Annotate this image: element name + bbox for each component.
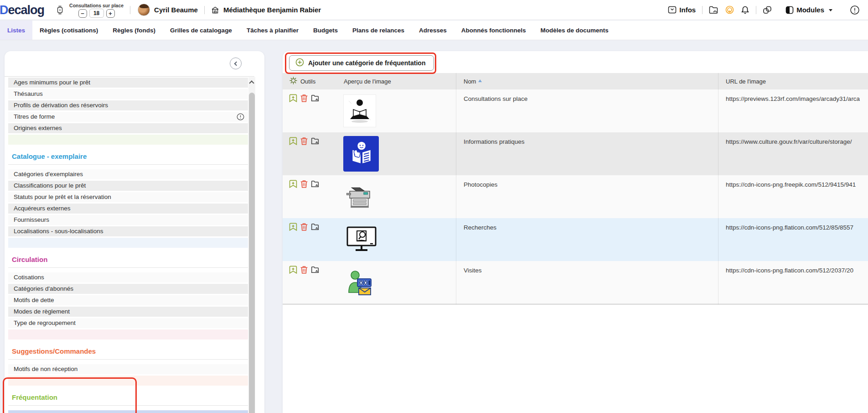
trash-icon[interactable] xyxy=(300,94,308,102)
header-divider xyxy=(702,6,703,14)
smartwatch-icon xyxy=(56,5,64,15)
row-tools xyxy=(283,218,337,261)
table-row[interactable]: Photocopies https://cdn-icons-png.freepi… xyxy=(283,175,868,218)
bookmark-add-icon[interactable] xyxy=(289,266,297,274)
modules-icon xyxy=(785,6,794,14)
sidebar-item[interactable]: Ages minimums pour le prêt xyxy=(8,78,248,88)
sidebar-item[interactable]: Thésaurus xyxy=(8,89,248,99)
building-icon xyxy=(211,6,219,14)
sidebar-item[interactable]: Profils de dérivation des réservoirs xyxy=(8,100,248,110)
help-icon[interactable] xyxy=(850,5,860,15)
tab-modeles-documents[interactable]: Modèles de documents xyxy=(533,21,616,40)
row-url: https://cdn-icons-png.freepik.com/512/94… xyxy=(718,175,868,218)
bookmark-add-icon[interactable] xyxy=(289,223,297,231)
main-tabbar: Listes Règles (cotisations) Règles (fond… xyxy=(0,21,868,40)
add-category-label: Ajouter une catégorie de fréquentation xyxy=(308,59,425,67)
header-preview[interactable]: Aperçu de l'image xyxy=(337,78,456,85)
user-name[interactable]: Cyril Beaume xyxy=(154,6,198,14)
reader-silhouette-image xyxy=(343,94,376,127)
sidebar-item[interactable]: Fournisseurs xyxy=(8,215,248,225)
scroll-up-icon[interactable] xyxy=(249,80,254,85)
table-row[interactable]: Consultations sur place https://previews… xyxy=(283,89,868,132)
folder-image-icon[interactable] xyxy=(311,94,319,102)
tab-budgets[interactable]: Budgets xyxy=(306,21,345,40)
folder-image-icon[interactable] xyxy=(311,180,319,188)
trash-icon[interactable] xyxy=(300,180,308,188)
link-icon[interactable] xyxy=(763,5,772,15)
header-name[interactable]: Nom xyxy=(456,78,718,85)
sidebar-item[interactable]: Acquéreurs externes xyxy=(8,204,248,214)
trash-icon[interactable] xyxy=(300,137,308,145)
sidebar-item[interactable]: Titres de forme xyxy=(8,112,248,122)
bell-icon[interactable] xyxy=(741,5,749,15)
tab-adresses[interactable]: Adresses xyxy=(412,21,454,40)
folder-image-icon[interactable] xyxy=(311,137,319,145)
app-root: Decalog Consultations sur place − 18 + C… xyxy=(0,0,868,413)
trash-icon[interactable] xyxy=(300,223,308,231)
folder-image-icon[interactable] xyxy=(311,266,319,274)
counter-label: Consultations sur place xyxy=(69,3,124,8)
row-tools xyxy=(283,89,337,132)
infos-button[interactable]: Infos xyxy=(668,5,696,14)
tab-taches-planifier[interactable]: Tâches à planifier xyxy=(239,21,306,40)
bookmark-add-icon[interactable] xyxy=(289,180,297,188)
sidebar-item[interactable]: Motifs de non réception xyxy=(8,364,248,374)
infos-label: Infos xyxy=(679,6,696,14)
section-heading-frequentation: Fréquentation xyxy=(8,392,248,406)
sidebar-item[interactable]: Origines externes xyxy=(8,123,248,133)
modules-menu-button[interactable]: Modules xyxy=(785,6,832,14)
tab-grilles-catalogage[interactable]: Grilles de catalogage xyxy=(163,21,239,40)
warning-icon xyxy=(237,113,244,122)
sidebar-item[interactable]: Classifications pour le prêt xyxy=(8,181,248,191)
chevron-down-icon xyxy=(829,9,832,11)
counter-increment-button[interactable]: + xyxy=(106,9,115,18)
row-name: Consultations sur place xyxy=(456,89,718,132)
sidebar-item[interactable]: Catégories d'exemplaires xyxy=(8,169,248,179)
row-url: https://cdn-icons-png.flaticon.com/512/2… xyxy=(718,261,868,304)
gear-icon xyxy=(289,77,297,86)
sidebar-item[interactable]: Cotisations xyxy=(8,272,248,282)
row-preview xyxy=(337,89,456,132)
bookmark-add-icon[interactable] xyxy=(289,94,297,102)
library-name[interactable]: Médiathèque Benjamin Rabier xyxy=(223,6,321,14)
row-tools xyxy=(283,132,337,175)
tab-abonnes-fonctionnels[interactable]: Abonnés fonctionnels xyxy=(454,21,533,40)
tab-regles-cotisations[interactable]: Règles (cotisations) xyxy=(32,21,105,40)
sidebar-item[interactable]: Modes de règlement xyxy=(8,307,248,317)
table-row[interactable]: Informations pratiques https://www.cultu… xyxy=(283,132,868,175)
add-category-button[interactable]: Ajouter une catégorie de fréquentation xyxy=(289,55,434,71)
sidebar-item[interactable]: Motifs de dette xyxy=(8,295,248,305)
folder-image-icon[interactable] xyxy=(311,223,319,231)
bookmark-add-icon[interactable] xyxy=(289,137,297,145)
visit-counter-widget: Consultations sur place − 18 + xyxy=(69,2,124,18)
table-row[interactable]: Recherches https://cdn-icons-png.flatico… xyxy=(283,218,868,261)
header-divider xyxy=(204,6,205,14)
collapse-sidebar-icon[interactable] xyxy=(230,58,242,69)
tab-regles-fonds[interactable]: Règles (fonds) xyxy=(105,21,163,40)
sidebar-item[interactable]: Catégories d'abonnés xyxy=(8,284,248,294)
sidebar-header xyxy=(5,51,254,77)
row-name: Photocopies xyxy=(456,175,718,218)
section-heading-suggestions: Suggestions/Commandes xyxy=(8,345,248,360)
table-header: Outils Aperçu de l'image Nom URL de l'im… xyxy=(283,73,868,89)
sidebar-item[interactable]: Statuts pour le prêt et la réservation xyxy=(8,192,248,202)
sidebar-item[interactable]: Type de regroupement xyxy=(8,318,248,328)
tab-listes[interactable]: Listes xyxy=(0,21,32,40)
sidebar-item-categories-frequentation[interactable]: Catégories de fréquentation xyxy=(8,410,248,413)
user-avatar[interactable] xyxy=(138,4,150,16)
trash-icon[interactable] xyxy=(300,266,308,274)
table-row[interactable]: Visites https://cdn-icons-png.flaticon.c… xyxy=(283,261,868,304)
top-header: Decalog Consultations sur place − 18 + C… xyxy=(0,0,868,20)
counter-decrement-button[interactable]: − xyxy=(78,9,87,18)
visitor-counter-envelope-image xyxy=(343,267,376,298)
radar-icon[interactable] xyxy=(725,5,734,15)
scrollbar-thumb[interactable] xyxy=(249,93,255,413)
sidebar-scrollbar[interactable] xyxy=(248,77,255,413)
easy-read-logo-image xyxy=(343,136,379,172)
sidebar-item[interactable]: Localisations - sous-localisations xyxy=(8,226,248,236)
header-url[interactable]: URL de l'image xyxy=(718,78,868,85)
header-tools[interactable]: Outils xyxy=(300,78,315,85)
folder-cloud-icon[interactable] xyxy=(709,5,718,14)
tab-plans-relances[interactable]: Plans de relances xyxy=(345,21,412,40)
counter-value[interactable]: 18 xyxy=(89,9,104,18)
